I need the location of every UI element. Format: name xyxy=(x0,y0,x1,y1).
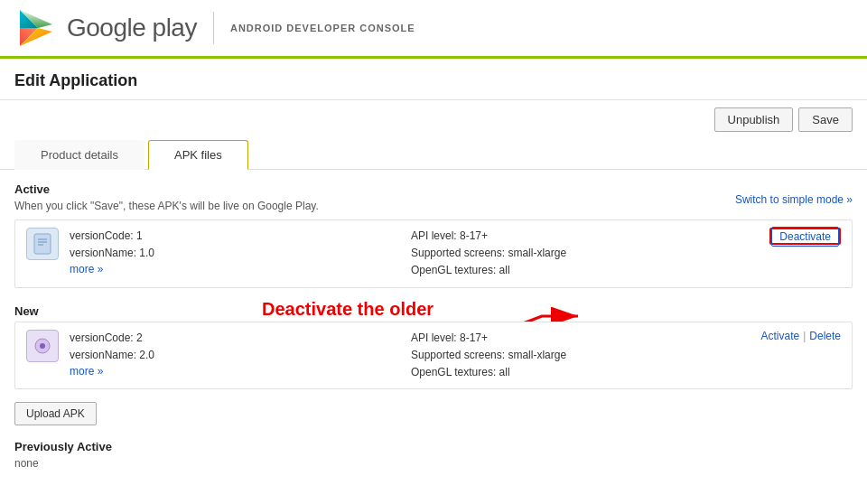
save-button[interactable]: Save xyxy=(798,107,853,132)
svg-rect-4 xyxy=(34,234,51,254)
active-supported-screens: Supported screens: small-xlarge xyxy=(411,245,752,262)
active-apk-icon xyxy=(26,228,59,260)
active-apk-actions: Deactivate xyxy=(752,228,852,245)
toolbar: Unpublish Save xyxy=(0,100,867,139)
new-supported-screens: Supported screens: small-xlarge xyxy=(411,347,752,364)
google-play-icon xyxy=(14,6,58,50)
deactivate-link[interactable]: Deactivate xyxy=(771,227,839,247)
new-version-name: versionName: 2.0 xyxy=(70,347,411,364)
page-title-bar: Edit Application xyxy=(0,59,867,100)
active-apk-item: versionCode: 1 versionName: 1.0 more » A… xyxy=(14,219,853,288)
tab-apk-files[interactable]: APK files xyxy=(148,140,248,170)
previously-active-value: none xyxy=(14,457,853,470)
deactivate-box: Deactivate xyxy=(769,228,841,245)
logo-area: Google play xyxy=(14,6,197,50)
svg-point-10 xyxy=(40,343,45,349)
new-apk-icon xyxy=(26,330,59,362)
previously-active-label: Previously Active xyxy=(14,440,853,453)
active-api-level: API level: 8-17+ xyxy=(411,228,752,245)
tabs: Product details APK files xyxy=(0,139,867,170)
active-opengl: OpenGL textures: all xyxy=(411,262,752,279)
main-content: Switch to simple mode » Active When you … xyxy=(0,182,867,484)
new-api-level: API level: 8-17+ xyxy=(411,330,752,347)
new-opengl: OpenGL textures: all xyxy=(411,364,752,381)
active-section-desc: When you click "Save", these APK's will … xyxy=(14,200,853,212)
console-title: ANDROID DEVELOPER CONSOLE xyxy=(230,23,415,33)
header-divider xyxy=(213,12,214,44)
activate-link[interactable]: Activate xyxy=(761,330,800,342)
upload-apk-button[interactable]: Upload APK xyxy=(14,402,97,425)
delete-link[interactable]: Delete xyxy=(809,330,841,342)
new-version-code: versionCode: 2 xyxy=(70,330,411,347)
new-apk-details: versionCode: 2 versionName: 2.0 more » xyxy=(70,330,411,378)
active-section-label: Active xyxy=(14,182,853,196)
active-apk-wrapper: versionCode: 1 versionName: 1.0 more » A… xyxy=(14,219,853,288)
active-version-name: versionName: 1.0 xyxy=(70,245,411,262)
google-play-logo-text: Google play xyxy=(67,14,197,42)
active-apk-api: API level: 8-17+ Supported screens: smal… xyxy=(411,228,752,280)
active-more-link[interactable]: more » xyxy=(70,263,103,275)
tab-product-details[interactable]: Product details xyxy=(14,140,144,170)
unpublish-button[interactable]: Unpublish xyxy=(714,107,794,132)
new-section-label: New xyxy=(14,304,853,318)
header: Google play ANDROID DEVELOPER CONSOLE xyxy=(0,0,867,59)
action-separator: | xyxy=(803,330,806,342)
new-apk-item: versionCode: 2 versionName: 2.0 more » A… xyxy=(14,322,853,390)
new-more-link[interactable]: more » xyxy=(70,365,103,378)
active-apk-details: versionCode: 1 versionName: 1.0 more » xyxy=(70,228,411,275)
new-apk-api: API level: 8-17+ Supported screens: smal… xyxy=(411,330,752,382)
page-title: Edit Application xyxy=(14,71,137,89)
active-version-code: versionCode: 1 xyxy=(70,228,411,245)
new-apk-actions: Activate | Delete xyxy=(752,330,852,342)
switch-mode-link[interactable]: Switch to simple mode » xyxy=(735,193,853,206)
